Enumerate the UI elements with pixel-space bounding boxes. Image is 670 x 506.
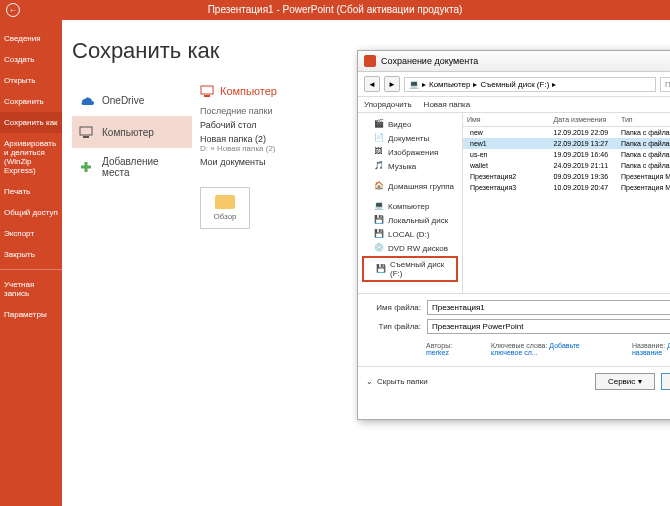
recent-folder[interactable]: Мои документы <box>200 155 310 169</box>
authors-link[interactable]: merkez <box>426 349 449 356</box>
breadcrumb[interactable]: 💻 ▸Компьютер ▸Съемный диск (F:)▸ <box>404 77 656 92</box>
filename-input[interactable]: Презентация1 <box>427 300 670 315</box>
col-type[interactable]: Тип <box>621 116 670 123</box>
file-row[interactable]: Презентация310.09.2019 20:47Презентация … <box>463 182 670 193</box>
detail-heading: Компьютер <box>200 84 310 98</box>
tree-item-removable[interactable]: 💾Съемный диск (F:) <box>362 256 458 282</box>
cloud-icon <box>78 92 94 108</box>
tree-item[interactable]: 🏠Домашняя группа <box>362 179 458 193</box>
title-text: Презентация1 - PowerPoint (Сбой активаци… <box>208 4 463 15</box>
computer-icon <box>200 84 214 98</box>
recent-folder[interactable]: Новая папка (2) D: » Новая папка (2) <box>200 132 310 155</box>
backstage-sidebar: Сведения Создать Открыть Сохранить Сохра… <box>0 20 62 506</box>
plus-icon <box>78 159 94 175</box>
file-row[interactable]: new12.09.2019 22:09Папка с файлами <box>463 127 670 138</box>
hide-folders-toggle[interactable]: ⌄ Скрыть папки <box>366 377 428 386</box>
sidebar-item-saveas[interactable]: Сохранить как <box>0 112 62 133</box>
newfolder-button[interactable]: Новая папка <box>424 100 471 109</box>
sidebar-item-close[interactable]: Закрыть <box>0 244 62 265</box>
organize-button[interactable]: Упорядочить <box>364 100 412 109</box>
tree-item[interactable]: 💻Компьютер <box>362 199 458 213</box>
filename-label: Имя файла: <box>366 303 421 312</box>
tree-item[interactable]: 🎬Видео <box>362 117 458 131</box>
tree-item[interactable]: 💿DVD RW дисков <box>362 241 458 255</box>
tree-item[interactable]: 📄Документы <box>362 131 458 145</box>
col-name[interactable]: Имя <box>467 116 554 123</box>
location-addplace[interactable]: Добавление места <box>72 148 192 186</box>
recent-label: Последние папки <box>200 106 310 116</box>
filetype-select[interactable]: Презентация PowerPoint <box>427 319 670 334</box>
folder-icon <box>215 195 235 209</box>
svg-rect-0 <box>80 127 92 135</box>
sidebar-item-export[interactable]: Экспорт <box>0 223 62 244</box>
tree-item[interactable]: 🖼Изображения <box>362 145 458 159</box>
svg-rect-2 <box>201 86 213 94</box>
file-row[interactable]: us-en19.09.2019 16:46Папка с файлами <box>463 149 670 160</box>
filetype-label: Тип файла: <box>366 322 421 331</box>
dialog-titlebar: Сохранение документа <box>358 51 670 72</box>
file-row[interactable]: wallet24.09.2019 21:11Папка с файлами <box>463 160 670 171</box>
back-icon[interactable]: ← <box>6 3 20 17</box>
location-computer[interactable]: Компьютер <box>72 116 192 148</box>
nav-back-button[interactable]: ◄ <box>364 76 380 92</box>
sidebar-item-share[interactable]: Общий доступ <box>0 202 62 223</box>
save-dialog: Сохранение документа ◄ ► 💻 ▸Компьютер ▸С… <box>357 50 670 420</box>
file-row[interactable]: new122.09.2019 13:27Папка с файлами <box>463 138 670 149</box>
open-button[interactable]: Открыть <box>661 373 670 390</box>
computer-icon <box>78 124 94 140</box>
svg-rect-1 <box>83 136 89 138</box>
location-onedrive[interactable]: OneDrive <box>72 84 192 116</box>
sidebar-item-save[interactable]: Сохранить <box>0 91 62 112</box>
file-row[interactable]: Презентация209.09.2019 19:36Презентация … <box>463 171 670 182</box>
col-date[interactable]: Дата изменения <box>554 116 621 123</box>
search-input[interactable]: Поиск: Съем <box>660 77 670 92</box>
tree-item[interactable]: 🎵Музыка <box>362 159 458 173</box>
recent-folder[interactable]: Рабочий стол <box>200 118 310 132</box>
tree-item[interactable]: 💾Локальный диск <box>362 213 458 227</box>
chevron-down-icon: ⌄ <box>366 377 373 386</box>
sidebar-item-archive[interactable]: Архивировать и делиться (WinZip Express) <box>0 133 62 181</box>
powerpoint-icon <box>364 55 376 67</box>
file-list: Имя Дата изменения Тип Размер new12.09.2… <box>463 113 670 293</box>
sidebar-item-print[interactable]: Печать <box>0 181 62 202</box>
sidebar-item-options[interactable]: Параметры <box>0 304 62 325</box>
browse-button[interactable]: Обзор <box>200 187 250 229</box>
sidebar-item-new[interactable]: Создать <box>0 49 62 70</box>
svg-rect-3 <box>204 95 210 97</box>
computer-icon: 💻 <box>409 80 419 89</box>
tools-button[interactable]: Сервис ▾ <box>595 373 655 390</box>
nav-fwd-button[interactable]: ► <box>384 76 400 92</box>
app-titlebar: ← Презентация1 - PowerPoint (Сбой актива… <box>0 0 670 20</box>
folder-tree: 🎬Видео 📄Документы 🖼Изображения 🎵Музыка 🏠… <box>358 113 463 293</box>
tree-item[interactable]: 💾LOCAL (D:) <box>362 227 458 241</box>
sidebar-item-open[interactable]: Открыть <box>0 70 62 91</box>
sidebar-item-account[interactable]: Учетная запись <box>0 269 62 304</box>
sidebar-item-info[interactable]: Сведения <box>0 28 62 49</box>
